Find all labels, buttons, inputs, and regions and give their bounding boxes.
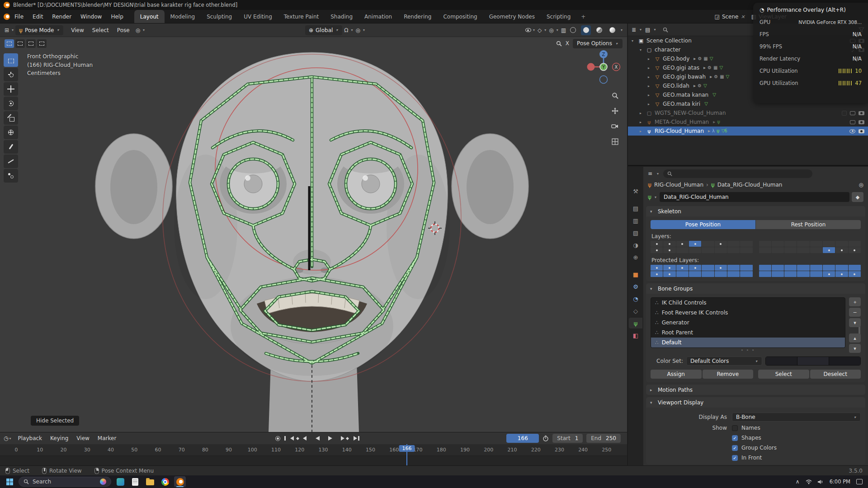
select-mode-button[interactable] bbox=[26, 39, 36, 48]
layer-cell[interactable] bbox=[823, 241, 835, 247]
expand-arrow-icon[interactable]: ▸ bbox=[648, 75, 654, 79]
protected-layer-cell[interactable] bbox=[835, 271, 848, 277]
display-as-dropdown[interactable]: B-Bone ▾ bbox=[732, 413, 861, 422]
shading-solid-button[interactable] bbox=[581, 25, 591, 35]
editor-type-chevron-icon[interactable]: ▾ bbox=[11, 28, 14, 32]
datablock-icon[interactable] bbox=[722, 129, 727, 133]
current-frame-field[interactable]: 166 bbox=[506, 434, 539, 443]
menubar-menu[interactable]: Edit bbox=[28, 10, 47, 23]
protected-layer-cell[interactable] bbox=[849, 271, 861, 277]
protected-layer-cell[interactable] bbox=[676, 271, 689, 277]
restriction-toggle-icon[interactable] bbox=[842, 111, 847, 116]
layer-cell[interactable] bbox=[784, 247, 797, 253]
orthographic-grid-icon[interactable] bbox=[610, 136, 620, 146]
shading-rendered-button[interactable] bbox=[607, 25, 617, 35]
unlink-scene-icon[interactable]: ✕ bbox=[741, 14, 745, 20]
protected-layer-cell[interactable] bbox=[823, 265, 835, 271]
checkbox[interactable] bbox=[732, 445, 738, 451]
scene-selector[interactable]: ◲ Scene ✕ bbox=[715, 14, 745, 20]
shading-chevron-icon[interactable]: ▾ bbox=[620, 28, 623, 32]
protected-layer-cell[interactable] bbox=[772, 271, 784, 277]
layer-cell[interactable] bbox=[727, 247, 740, 253]
protected-layer-cell[interactable] bbox=[740, 271, 752, 277]
shading-wireframe-button[interactable] bbox=[568, 25, 578, 35]
datablock-icon[interactable] bbox=[714, 75, 718, 79]
snap-magnet-icon[interactable]: Ω bbox=[343, 28, 349, 33]
protected-layer-cell[interactable] bbox=[759, 271, 771, 277]
proportional-chevron-icon[interactable]: ▾ bbox=[362, 28, 366, 32]
layer-cell[interactable] bbox=[651, 241, 663, 247]
file-explorer-icon[interactable] bbox=[144, 476, 156, 487]
chevron-down-icon[interactable]: ▾ bbox=[8, 436, 12, 441]
remove-button[interactable]: Remove bbox=[703, 370, 754, 379]
layer-cell[interactable] bbox=[663, 247, 675, 253]
auto-keying-toggle-icon[interactable] bbox=[273, 434, 282, 443]
layer-cell[interactable] bbox=[759, 247, 771, 253]
protected-layer-cell[interactable] bbox=[663, 265, 675, 271]
checkbox[interactable] bbox=[732, 455, 738, 461]
layer-cell[interactable] bbox=[715, 241, 727, 247]
outliner-row[interactable]: ▸ RIG-Cloud_Human bbox=[628, 127, 868, 136]
datablock-icon[interactable] bbox=[698, 84, 702, 88]
viewport-3d[interactable]: X Pose Options ▾ Front Orthographic(166)… bbox=[0, 37, 627, 432]
timeline-ruler[interactable]: 0102030405060708090100110120130140150160… bbox=[0, 444, 627, 456]
chevron-down-icon[interactable]: ▾ bbox=[656, 172, 660, 176]
expand-arrow-icon[interactable]: ▾ bbox=[640, 48, 646, 52]
expand-arrow-icon[interactable]: ▸ bbox=[648, 84, 654, 88]
bone-group-specials-menu[interactable]: ▾ bbox=[849, 318, 861, 327]
timeline-tracks[interactable] bbox=[0, 456, 627, 466]
datablock-icon[interactable] bbox=[710, 56, 713, 61]
operator-redo-panel[interactable]: Hide Selected bbox=[31, 416, 79, 426]
document-app-icon[interactable] bbox=[129, 476, 141, 487]
navigation-gizmo[interactable]: Z X Y bbox=[585, 48, 623, 86]
properties-tab[interactable] bbox=[629, 227, 642, 238]
blender-taskbar-icon[interactable] bbox=[174, 476, 186, 487]
workspace-tab[interactable]: Texture Paint bbox=[278, 10, 325, 23]
add-workspace-button[interactable]: + bbox=[576, 10, 590, 23]
restriction-toggle-icon[interactable] bbox=[859, 129, 864, 133]
layer-cell[interactable] bbox=[689, 247, 701, 253]
transport-button[interactable] bbox=[299, 434, 310, 443]
restriction-toggle-icon[interactable] bbox=[859, 120, 864, 124]
restriction-toggle-icon[interactable] bbox=[850, 111, 855, 115]
properties-tab[interactable] bbox=[629, 305, 642, 316]
layer-cell[interactable] bbox=[810, 247, 822, 253]
move-group-up-button[interactable]: ▴ bbox=[849, 333, 861, 343]
toolbar-tool-button[interactable] bbox=[4, 155, 18, 168]
workspace-tab[interactable]: Compositing bbox=[437, 10, 483, 23]
datablock-icon[interactable] bbox=[704, 102, 708, 106]
show-overlays-icon[interactable]: ◎ bbox=[548, 28, 554, 33]
toolbar-tool-button[interactable] bbox=[4, 169, 18, 183]
datablock-icon[interactable] bbox=[717, 129, 720, 133]
menubar-menu[interactable]: Render bbox=[47, 10, 76, 23]
search-region-icon[interactable] bbox=[556, 41, 562, 47]
properties-editor-icon[interactable]: ≡ bbox=[648, 171, 652, 176]
expand-arrow-icon[interactable]: ▸ bbox=[648, 57, 654, 61]
camera-view-icon[interactable] bbox=[610, 121, 620, 131]
chevron-down-icon[interactable]: ▾ bbox=[653, 28, 656, 32]
protected-layer-cell[interactable] bbox=[715, 265, 727, 271]
media-app-icon[interactable] bbox=[114, 476, 126, 487]
notifications-icon[interactable] bbox=[856, 479, 863, 484]
properties-tab[interactable] bbox=[629, 239, 642, 250]
transport-button[interactable] bbox=[350, 434, 361, 443]
transform-orientation-dropdown[interactable]: ⊕ Global ▾ bbox=[305, 25, 342, 35]
overlays-chevron-icon[interactable]: ▾ bbox=[556, 28, 559, 32]
workspace-tab[interactable]: Rendering bbox=[398, 10, 437, 23]
rest-position-button[interactable]: Rest Position bbox=[756, 220, 861, 229]
chrome-icon[interactable] bbox=[159, 476, 171, 487]
remove-bone-group-button[interactable]: − bbox=[849, 308, 861, 317]
toolbar-tool-button[interactable] bbox=[4, 68, 18, 81]
protected-layer-cell[interactable] bbox=[772, 265, 784, 271]
checkbox-row[interactable]: Group Colors bbox=[732, 445, 861, 451]
datablock-icon[interactable] bbox=[713, 66, 717, 70]
timeline-menu[interactable]: Playback bbox=[14, 435, 47, 441]
properties-tab[interactable] bbox=[629, 215, 642, 226]
properties-tab[interactable] bbox=[629, 281, 642, 292]
taskbar-search-input[interactable]: Search bbox=[19, 477, 111, 487]
breadcrumb-object[interactable]: RIG-Cloud_Human bbox=[654, 182, 703, 188]
panel-header-viewport-display[interactable]: ▾ Viewport Display bbox=[646, 397, 865, 408]
expand-arrow-icon[interactable]: ▸ bbox=[640, 129, 646, 133]
fake-user-shield-icon[interactable]: ◆ bbox=[852, 192, 863, 202]
properties-tab[interactable] bbox=[629, 318, 642, 328]
